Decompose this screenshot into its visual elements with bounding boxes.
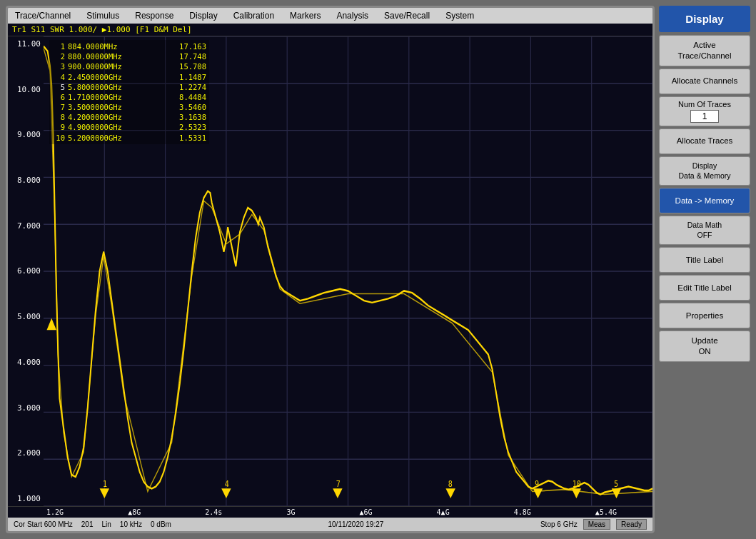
marker-row-2: 2 880.00000MHz 17.748 [52, 51, 206, 61]
x-label-1: 1.2G [46, 508, 64, 516]
menu-trace-channel[interactable]: Trace/Channel [12, 10, 74, 21]
status-scale: Lin [102, 520, 111, 528]
screen-area: Trace/Channel Stimulus Response Display … [6, 6, 750, 533]
menu-stimulus[interactable]: Stimulus [84, 10, 122, 21]
y-label-9: 9.000 [11, 130, 41, 139]
y-label-7: 7.000 [11, 221, 41, 231]
svg-text:5: 5 [614, 479, 618, 489]
svg-text:8: 8 [448, 479, 453, 489]
x-label-2: ▲8G [128, 508, 141, 516]
y-label-4: 4.000 [11, 358, 41, 367]
data-to-memory-button[interactable]: Data -> Memory [659, 188, 750, 213]
status-power: 0 dBm [151, 520, 171, 528]
edit-title-label-button[interactable]: Edit Title Label [659, 275, 750, 301]
num-of-traces-value[interactable]: 1 [690, 110, 719, 123]
display-header[interactable]: Display [659, 6, 750, 32]
status-left: Cor Start 600 MHz 201 Lin 10 kHz 0 dBm [14, 520, 171, 528]
vna-screen: Trace/Channel Stimulus Response Display … [6, 6, 655, 533]
x-label-3: 2.4s [205, 508, 222, 516]
status-stop: Stop 6 GHz [540, 520, 578, 528]
x-label-8: ▲5.4G [595, 508, 617, 516]
menu-calibration[interactable]: Calibration [231, 10, 277, 21]
y-label-10: 10.00 [11, 85, 41, 94]
update-on-button[interactable]: UpdateON [659, 331, 750, 362]
menu-system[interactable]: System [443, 10, 477, 21]
display-data-memory-button[interactable]: DisplayData & Memory [659, 156, 750, 186]
menu-save-recall[interactable]: Save/Recall [381, 10, 433, 21]
menu-analysis[interactable]: Analysis [333, 10, 371, 21]
x-label-6: 4▲G [437, 508, 450, 516]
marker-row-10: 10 5.2000000GHz 1.5331 [52, 133, 206, 143]
marker-row-7: 7 3.5000000GHz 3.5460 [52, 102, 206, 112]
y-label-6: 6.000 [11, 266, 41, 276]
trace-info: Tr1 S11 SWR 1.000/ ▶1.000 [F1 D&M Del] [8, 24, 652, 36]
marker-row-9: 9 4.9000000GHz 2.5323 [52, 122, 206, 132]
status-datetime: 10/11/2020 19:27 [328, 520, 383, 528]
y-label-8: 8.000 [11, 176, 41, 185]
menu-markers[interactable]: Markers [287, 10, 323, 21]
y-axis: 11.00 10.00 9.000 8.000 7.000 6.000 5.00… [8, 36, 44, 506]
properties-button[interactable]: Properties [659, 303, 750, 328]
status-cor: Cor Start 600 MHz [14, 520, 73, 528]
trace-info-label: Tr1 S11 SWR 1.000/ ▶1.000 [F1 D&M Del] [12, 25, 192, 34]
marker-row-6: 6 1.7100000GHz 8.4484 [52, 92, 206, 102]
allocate-channels-button[interactable]: Allocate Channels [659, 69, 750, 94]
status-ready-badge: Ready [616, 519, 647, 530]
status-bar: Cor Start 600 MHz 201 Lin 10 kHz 0 dBm 1… [8, 518, 652, 531]
marker-row-5: 5 5.8000000GHz 1.2274 [52, 82, 206, 92]
y-label-3: 3.000 [11, 403, 41, 413]
y-label-2: 2.000 [11, 448, 41, 458]
right-panel: Display ActiveTrace/Channel Allocate Cha… [659, 6, 750, 533]
menu-display[interactable]: Display [186, 10, 220, 21]
marker-row-1: 1 884.0000MHz 17.163 [52, 41, 206, 51]
allocate-traces-button[interactable]: Allocate Traces [659, 129, 750, 154]
svg-text:4: 4 [225, 479, 229, 489]
x-label-4: 3G [286, 508, 295, 516]
x-label-7: 4.8G [514, 508, 531, 516]
marker-table: 1 884.0000MHz 17.163 2 880.00000MHz 17.7… [49, 40, 209, 144]
title-label-button[interactable]: Title Label [659, 247, 750, 273]
y-label-5: 5.000 [11, 312, 41, 321]
menu-response[interactable]: Response [132, 10, 176, 21]
num-of-traces-container: Num Of Traces 1 [659, 96, 750, 126]
chart-container: 11.00 10.00 9.000 8.000 7.000 6.000 5.00… [8, 36, 652, 506]
instrument-body: Trace/Channel Stimulus Response Display … [0, 0, 756, 539]
svg-text:7: 7 [336, 479, 341, 489]
menu-bar: Trace/Channel Stimulus Response Display … [8, 8, 652, 24]
y-label-11: 11.00 [11, 39, 41, 49]
status-ifbw: 10 kHz [120, 520, 142, 528]
status-points: 201 [81, 520, 94, 528]
num-of-traces-label: Num Of Traces [662, 100, 747, 109]
svg-text:9: 9 [535, 479, 539, 489]
marker-row-4: 4 2.4500000GHz 1.1487 [52, 72, 206, 82]
marker-1-label: 1 [103, 479, 107, 489]
marker-row-8: 8 4.2000000GHz 3.1638 [52, 112, 206, 122]
data-math-button[interactable]: Data MathOFF [659, 216, 750, 245]
active-trace-button[interactable]: ActiveTrace/Channel [659, 35, 750, 66]
plot-area: Tr1 S11 SWR 1.000/ ▶1.000 [F1 D&M Del] 1… [8, 24, 652, 531]
svg-text:10: 10 [573, 479, 581, 489]
y-label-1: 1.000 [11, 494, 41, 503]
x-label-5: ▲6G [359, 508, 372, 516]
chart-svg: 1 4 7 8 9 [44, 36, 652, 506]
marker-row-3: 3 900.00000MHz 15.708 [52, 61, 206, 71]
x-axis: 1.2G ▲8G 2.4s 3G ▲6G 4▲G 4.8G ▲5.4G [8, 506, 652, 518]
status-meas-badge: Meas [583, 519, 610, 530]
